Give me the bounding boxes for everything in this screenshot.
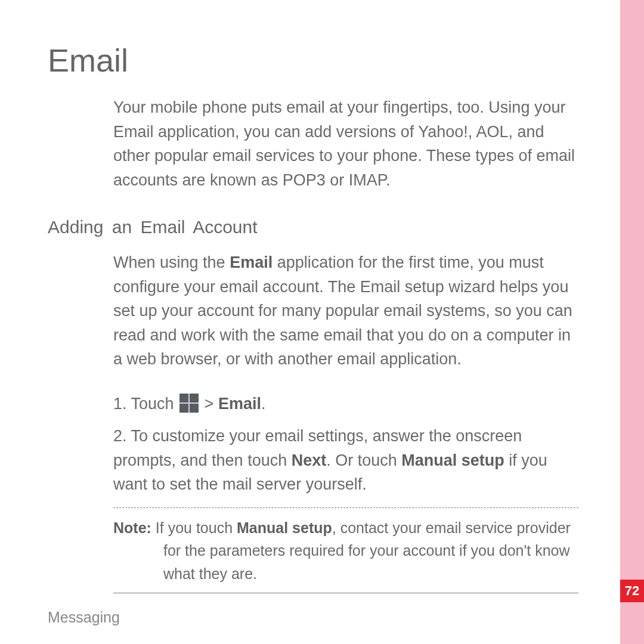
apps-grid-icon bbox=[179, 394, 199, 413]
side-stripe bbox=[620, 0, 644, 644]
bold-text: Manual setup bbox=[401, 451, 504, 469]
text: > bbox=[200, 395, 218, 413]
note-block: Note: If you touch Manual setup, contact… bbox=[113, 507, 578, 593]
step-number: 1. bbox=[113, 395, 131, 413]
text: . Or touch bbox=[326, 451, 401, 469]
note-label: Note: bbox=[113, 519, 156, 536]
text: If you touch bbox=[156, 519, 237, 536]
footer-section-label: Messaging bbox=[48, 609, 120, 626]
page-title: Email bbox=[48, 42, 590, 79]
bold-text: Email bbox=[218, 395, 261, 413]
step-1: 1. Touch > Email. bbox=[113, 392, 578, 416]
bold-text: Next bbox=[292, 451, 327, 469]
bold-text: Email bbox=[230, 253, 273, 271]
page-number-badge: 72 bbox=[620, 580, 644, 602]
text: When using the bbox=[113, 253, 230, 271]
text: . bbox=[261, 395, 266, 413]
intro-paragraph: Your mobile phone puts email at your fin… bbox=[113, 95, 578, 192]
section-heading: Adding an Email Account bbox=[48, 217, 590, 237]
text: Touch bbox=[131, 395, 179, 413]
steps-list: 1. Touch > Email. 2. To customize your e… bbox=[113, 392, 578, 497]
step-number: 2. bbox=[113, 427, 131, 445]
page-content: Email Your mobile phone puts email at yo… bbox=[0, 0, 620, 644]
bold-text: Manual setup bbox=[237, 519, 332, 536]
section-intro: When using the Email application for the… bbox=[113, 250, 578, 371]
note-body: Note: If you touch Manual setup, contact… bbox=[113, 516, 578, 586]
step-2: 2. To customize your email settings, ans… bbox=[113, 424, 578, 497]
